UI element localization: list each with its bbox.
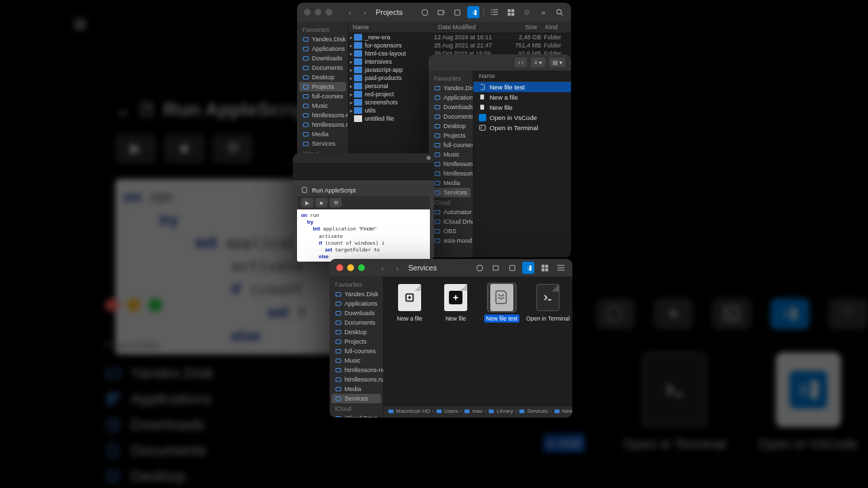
list-item[interactable]: New file test <box>473 82 571 92</box>
hammer-button[interactable]: ⚒ <box>330 198 342 207</box>
list-item[interactable]: New file <box>473 102 571 113</box>
grid-item[interactable]: New a file <box>391 283 429 323</box>
traffic-min[interactable] <box>315 9 321 16</box>
list-view-icon[interactable] <box>555 262 567 274</box>
svg-rect-73 <box>336 321 341 325</box>
list-item[interactable]: Open in VsCode <box>473 113 571 123</box>
grid-view-icon[interactable] <box>538 262 551 274</box>
sidebar-item[interactable]: Yandex.Disk <box>429 83 473 93</box>
sidebar-item[interactable]: Automator <box>429 207 473 217</box>
search-icon[interactable] <box>553 6 566 18</box>
sidebar-item[interactable]: Yandex.Disk <box>330 289 383 299</box>
new-folder-icon[interactable] <box>435 6 447 18</box>
grid-view-icon[interactable] <box>505 6 517 18</box>
stop-button[interactable]: ■ <box>315 198 328 207</box>
view-pill[interactable]: ≡ ▾ <box>531 58 545 67</box>
column-kind[interactable]: Kind <box>541 22 571 33</box>
vscode-icon[interactable] <box>467 6 479 18</box>
action-icon[interactable]: ⚙ <box>521 6 533 18</box>
traffic-red <box>105 298 119 312</box>
svg-rect-86 <box>389 409 394 413</box>
forward-button[interactable]: › <box>358 6 372 18</box>
nav-pill[interactable]: ‹ › <box>515 58 527 67</box>
sidebar-item[interactable]: Services <box>431 188 471 197</box>
sidebar-item[interactable]: Documents <box>330 318 383 327</box>
sidebar-item[interactable]: Yandex.Disk <box>297 35 348 44</box>
group-pill[interactable]: ▤ ▾ <box>549 58 566 67</box>
path-segment[interactable]: max <box>464 408 482 414</box>
sidebar-item[interactable]: Projects <box>299 82 346 92</box>
path-segment[interactable]: Users <box>436 408 458 414</box>
tag-icon[interactable] <box>506 262 518 274</box>
tag-icon[interactable] <box>451 6 463 18</box>
column-size[interactable]: Size <box>507 22 541 33</box>
share-icon[interactable] <box>473 262 486 274</box>
sidebar-item[interactable]: full-courses <box>297 92 348 101</box>
vscode-icon[interactable] <box>522 262 534 274</box>
sidebar-item[interactable]: Downloads <box>297 54 348 63</box>
sidebar-item[interactable]: Projects <box>330 337 383 346</box>
svg-rect-76 <box>336 350 341 353</box>
list-view-icon[interactable] <box>488 6 500 18</box>
sidebar-item[interactable]: Media <box>297 129 348 139</box>
table-row[interactable]: ▸_new-era12 Aug 2024 at 16:112,48 GBFold… <box>349 33 571 41</box>
back-button[interactable]: ‹ <box>343 6 357 18</box>
sidebar-item[interactable]: Services <box>332 394 381 403</box>
sidebar-item[interactable]: Media <box>429 178 473 188</box>
sidebar-item[interactable]: Desktop <box>297 73 348 82</box>
traffic-close[interactable] <box>304 9 311 16</box>
grid-item[interactable]: New file test <box>483 283 521 323</box>
sidebar-item[interactable]: OBS <box>429 226 473 236</box>
sidebar-item[interactable]: htmllessons-new <box>330 365 383 375</box>
sidebar-item[interactable]: Music <box>297 101 348 110</box>
share-icon[interactable] <box>418 6 431 18</box>
forward-button[interactable]: › <box>391 262 404 274</box>
play-button[interactable]: ▶ <box>301 198 313 207</box>
sidebar-item[interactable]: Media <box>330 384 383 394</box>
path-segment[interactable]: Services <box>519 408 548 414</box>
sidebar-item[interactable]: Documents <box>297 63 348 73</box>
sidebar-item[interactable]: htmllessons-new <box>297 110 348 120</box>
sidebar-item[interactable]: full-courses <box>330 346 383 356</box>
column-name[interactable]: Name <box>349 22 434 33</box>
sidebar-item[interactable]: iCloud Drive <box>330 413 383 418</box>
back-button[interactable]: ‹ <box>376 262 389 274</box>
sidebar-item[interactable]: Projects <box>429 131 473 140</box>
sidebar-item[interactable]: iCloud Drive <box>429 217 473 226</box>
traffic-max[interactable] <box>326 9 332 16</box>
path-segment[interactable]: New file test <box>554 408 572 414</box>
grid-item[interactable]: New file <box>437 283 475 323</box>
column-date[interactable]: Date Modified <box>434 22 507 33</box>
sidebar-item[interactable]: Desktop <box>429 121 473 131</box>
sidebar-item[interactable]: asia-mood <box>429 236 473 245</box>
path-segment[interactable]: Macintosh HD <box>388 408 430 414</box>
sidebar-item[interactable]: Services <box>297 139 348 148</box>
sidebar-item[interactable]: htmllessons.ru <box>297 120 348 129</box>
sidebar-item[interactable]: full-courses <box>429 140 473 150</box>
svg-rect-91 <box>555 409 560 413</box>
list-item[interactable]: New a file <box>473 92 571 102</box>
sidebar-item[interactable]: Applications <box>297 44 348 54</box>
code-area[interactable]: on run try tell application "Finder" act… <box>297 209 430 262</box>
column-name[interactable]: Name <box>473 70 571 82</box>
sidebar-item[interactable]: Downloads <box>429 102 473 112</box>
sidebar-item[interactable]: Downloads <box>330 308 383 318</box>
sidebar-item[interactable]: htmllessons.ru <box>429 169 473 178</box>
sidebar-item[interactable]: Music <box>429 150 473 159</box>
list-item[interactable]: Open in Terminal <box>473 123 571 133</box>
traffic-min[interactable] <box>347 264 354 271</box>
new-folder-icon[interactable] <box>490 262 502 274</box>
path-segment[interactable]: Library <box>488 408 513 414</box>
traffic-max[interactable] <box>358 264 365 271</box>
grid-item[interactable]: Open in Terminal <box>529 283 567 323</box>
sidebar-item[interactable]: htmllessons-n… <box>429 159 473 169</box>
sidebar-item[interactable]: Desktop <box>330 327 383 337</box>
sidebar-item[interactable]: Documents <box>429 112 473 121</box>
sidebar-item[interactable]: Applications <box>330 299 383 308</box>
table-row[interactable]: ▸for-sposnsors25 Aug 2021 at 21:47751,4 … <box>349 41 571 49</box>
more-icon[interactable]: » <box>537 6 549 18</box>
sidebar-item[interactable]: Applications <box>429 93 473 102</box>
traffic-close[interactable] <box>336 264 343 271</box>
sidebar-item[interactable]: Music <box>330 356 383 365</box>
sidebar-item[interactable]: htmllessons.ru <box>330 375 383 384</box>
